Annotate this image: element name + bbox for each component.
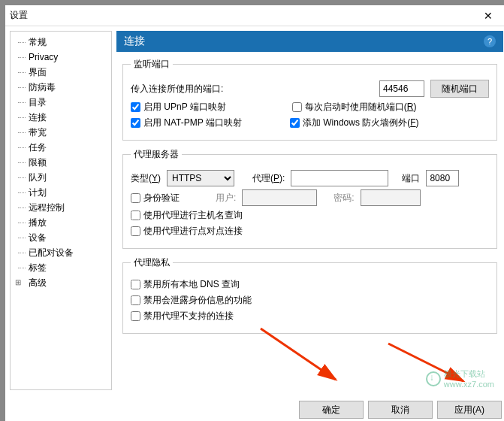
natpmp-checkbox[interactable]: 启用 NAT-PMP 端口映射 bbox=[131, 117, 242, 129]
window-title: 设置 bbox=[10, 9, 473, 22]
upnp-checkbox[interactable]: 启用 UPnP 端口映射 bbox=[131, 101, 226, 114]
sidebar-item-general[interactable]: 常规 bbox=[12, 35, 110, 50]
sidebar-item-ui[interactable]: 界面 bbox=[12, 65, 110, 80]
proxy-host-input[interactable] bbox=[291, 170, 388, 186]
apply-button[interactable]: 应用(A) bbox=[437, 401, 502, 419]
proxy-auth-checkbox[interactable]: 身份验证 bbox=[131, 192, 180, 204]
sidebar-item-remote[interactable]: 远程控制 bbox=[12, 200, 110, 215]
ok-button[interactable]: 确定 bbox=[299, 401, 364, 419]
titlebar: 设置 ✕ bbox=[5, 5, 504, 26]
proxy-type-select[interactable]: HTTPS bbox=[167, 170, 234, 186]
sidebar-item-queue[interactable]: 队列 bbox=[12, 170, 110, 185]
privacy-legend: 代理隐私 bbox=[131, 256, 173, 269]
proxy-host-label: 代理(P): bbox=[252, 172, 285, 185]
disable-leak-checkbox[interactable]: 禁用会泄露身份信息的功能 bbox=[131, 294, 252, 307]
sidebar-item-privacy[interactable]: Privacy bbox=[12, 50, 110, 65]
proxy-legend: 代理服务器 bbox=[131, 148, 182, 161]
proxy-group: 代理服务器 类型(Y) HTTPS 代理(P): 端口 身份验证 用户: 密码: bbox=[122, 148, 497, 249]
sidebar-item-quota[interactable]: 限额 bbox=[12, 155, 110, 170]
sidebar-item-device[interactable]: 设备 bbox=[12, 230, 110, 245]
proxy-privacy-group: 代理隐私 禁用所有本地 DNS 查询 禁用会泄露身份信息的功能 禁用代理不支持的… bbox=[122, 256, 497, 334]
sidebar-item-tags[interactable]: 标签 bbox=[12, 260, 110, 275]
panel-title: 连接 bbox=[124, 35, 484, 48]
cancel-button[interactable]: 取消 bbox=[368, 401, 433, 419]
listen-port-group: 监听端口 传入连接所使用的端口: 随机端口 启用 UPnP 端口映射 每次启动时… bbox=[122, 58, 497, 141]
proxy-p2p-checkbox[interactable]: 使用代理进行点对点连接 bbox=[131, 225, 243, 238]
proxy-user-label: 用户: bbox=[216, 192, 236, 204]
sidebar-item-directory[interactable]: 目录 bbox=[12, 95, 110, 110]
sidebar-item-connection[interactable]: 连接 bbox=[12, 110, 110, 125]
incoming-port-label: 传入连接所使用的端口: bbox=[131, 83, 373, 95]
random-port-button[interactable]: 随机端口 bbox=[430, 80, 489, 98]
close-button[interactable]: ✕ bbox=[473, 5, 503, 26]
sidebar-item-antivirus[interactable]: 防病毒 bbox=[12, 80, 110, 95]
proxy-user-input bbox=[242, 189, 317, 206]
sidebar-item-tasks[interactable]: 任务 bbox=[12, 140, 110, 155]
panel-header: 连接 ? bbox=[116, 31, 503, 52]
sidebar-item-playback[interactable]: 播放 bbox=[12, 215, 110, 230]
firewall-checkbox[interactable]: 添加 Windows 防火墙例外(F) bbox=[290, 117, 419, 129]
sidebar-item-paired[interactable]: 已配对设备 bbox=[12, 245, 110, 260]
proxy-port-label: 端口 bbox=[402, 172, 420, 185]
incoming-port-input[interactable] bbox=[379, 80, 424, 97]
proxy-pass-input bbox=[361, 189, 421, 206]
random-on-start-checkbox[interactable]: 每次启动时使用随机端口(R) bbox=[292, 101, 417, 114]
proxy-pass-label: 密码: bbox=[333, 192, 354, 204]
listen-legend: 监听端口 bbox=[131, 58, 173, 71]
proxy-type-label: 类型(Y) bbox=[131, 172, 161, 185]
help-icon[interactable]: ? bbox=[484, 35, 496, 47]
proxy-port-input[interactable] bbox=[426, 170, 459, 186]
disable-local-dns-checkbox[interactable]: 禁用所有本地 DNS 查询 bbox=[131, 278, 240, 291]
dialog-footer: 确定 取消 应用(A) bbox=[5, 395, 504, 421]
sidebar-item-schedule[interactable]: 计划 bbox=[12, 185, 110, 200]
sidebar-item-advanced[interactable]: 高级 bbox=[12, 275, 110, 290]
disable-unsupported-checkbox[interactable]: 禁用代理不支持的连接 bbox=[131, 310, 234, 323]
sidebar-item-bandwidth[interactable]: 带宽 bbox=[12, 125, 110, 140]
settings-tree: 常规 Privacy 界面 防病毒 目录 连接 带宽 任务 限额 队列 计划 远… bbox=[10, 31, 112, 390]
proxy-hostname-checkbox[interactable]: 使用代理进行主机名查询 bbox=[131, 209, 243, 222]
